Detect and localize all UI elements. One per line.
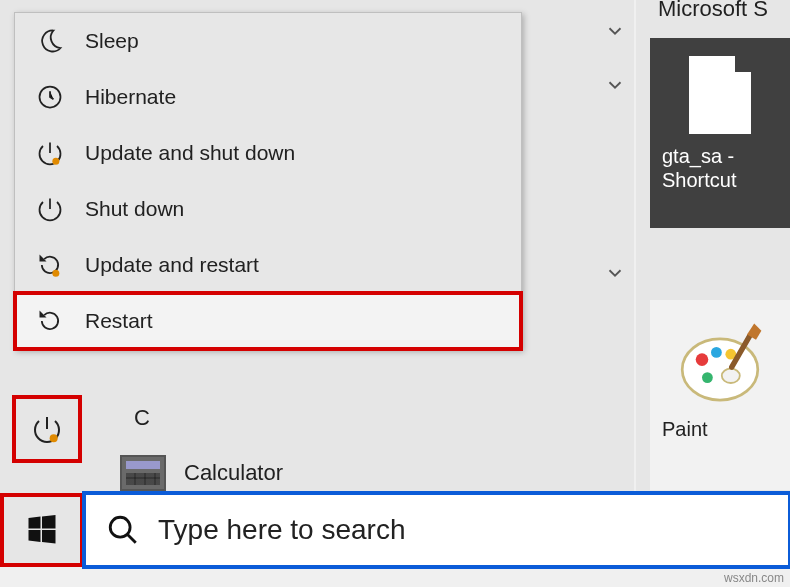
- power-update-shutdown[interactable]: Update and shut down: [15, 125, 521, 181]
- svg-point-1: [52, 158, 59, 165]
- alpha-header-c[interactable]: C: [134, 405, 150, 431]
- moon-icon: [33, 27, 67, 55]
- chevron-down-icon[interactable]: [604, 262, 626, 284]
- power-shutdown-label: Shut down: [85, 197, 184, 221]
- watermark: wsxdn.com: [724, 571, 784, 585]
- svg-point-2: [52, 270, 59, 277]
- search-placeholder: Type here to search: [158, 514, 405, 546]
- restart-icon: [33, 307, 67, 335]
- power-menu: Sleep Hibernate Update and shut down Shu…: [14, 12, 522, 350]
- tile-gta-sa-shortcut[interactable]: gta_sa - Shortcut: [650, 38, 790, 228]
- tile-group-header: Microsoft S: [658, 0, 788, 22]
- power-hibernate-label: Hibernate: [85, 85, 176, 109]
- file-icon: [689, 56, 751, 134]
- power-sleep[interactable]: Sleep: [15, 13, 521, 69]
- chevron-down-icon[interactable]: [604, 20, 626, 42]
- power-icon: [33, 195, 67, 223]
- power-button[interactable]: [12, 395, 82, 463]
- power-sleep-label: Sleep: [85, 29, 139, 53]
- power-shutdown[interactable]: Shut down: [15, 181, 521, 237]
- search-icon: [106, 513, 140, 547]
- power-update-restart-label: Update and restart: [85, 253, 259, 277]
- power-hibernate[interactable]: Hibernate: [15, 69, 521, 125]
- svg-point-7: [711, 347, 722, 358]
- tile-caption: Paint: [650, 410, 790, 449]
- app-calculator-label: Calculator: [184, 460, 283, 486]
- power-update-shutdown-label: Update and shut down: [85, 141, 295, 165]
- chevron-down-icon[interactable]: [604, 74, 626, 96]
- power-restart[interactable]: Restart: [15, 293, 521, 349]
- restart-update-icon: [33, 251, 67, 279]
- taskbar: Type here to search: [0, 493, 790, 567]
- svg-point-4: [682, 339, 758, 400]
- svg-point-6: [696, 353, 709, 366]
- calculator-icon: [120, 455, 166, 491]
- power-update-restart[interactable]: Update and restart: [15, 237, 521, 293]
- windows-logo-icon: [24, 512, 60, 548]
- app-calculator[interactable]: Calculator: [120, 455, 283, 491]
- tile-paint[interactable]: Paint: [650, 300, 790, 490]
- svg-point-9: [702, 372, 713, 383]
- paint-icon: [675, 320, 765, 410]
- start-button[interactable]: [0, 493, 84, 567]
- svg-point-3: [50, 434, 58, 442]
- svg-point-11: [110, 517, 130, 537]
- tile-caption: gta_sa - Shortcut: [650, 134, 790, 202]
- taskbar-search[interactable]: Type here to search: [84, 493, 790, 567]
- power-restart-label: Restart: [85, 309, 153, 333]
- power-update-icon: [31, 413, 63, 445]
- power-update-icon: [33, 139, 67, 167]
- svg-point-5: [722, 369, 740, 383]
- clock-icon: [33, 83, 67, 111]
